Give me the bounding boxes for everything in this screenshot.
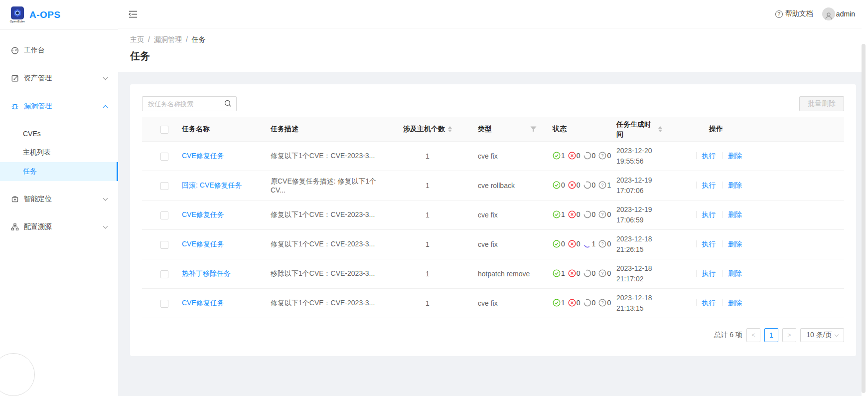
prev-page-button[interactable]: < [746, 328, 760, 342]
task-name-link[interactable]: CVE修复任务 [182, 152, 224, 160]
breadcrumb-vulnerability[interactable]: 漏洞管理 [154, 35, 182, 44]
task-name-link[interactable]: 回滚: CVE修复任务 [182, 181, 242, 189]
status-badge: 0 0 1 ? 0 [553, 240, 613, 248]
sidebar-item-tasks[interactable]: 任务 [0, 162, 118, 181]
execute-link[interactable]: 执行 [702, 299, 716, 307]
main-column: ? 帮助文档 admin 主页 / 漏洞管理 / 任务 任务 [118, 0, 868, 396]
task-type: cve fix [470, 289, 545, 318]
col-task-name: 任务名称 [174, 117, 263, 142]
action-divider [723, 240, 723, 247]
col-host-count[interactable]: 涉及主机个数 [385, 117, 470, 142]
success-icon [553, 152, 561, 160]
task-name-link[interactable]: CVE修复任务 [182, 240, 224, 248]
chevron-down-icon [103, 196, 108, 201]
filter-icon[interactable] [530, 126, 537, 132]
delete-link[interactable]: 删除 [728, 240, 742, 248]
medical-bag-icon [11, 195, 19, 203]
unknown-icon: ? [598, 210, 606, 218]
execute-link[interactable]: 执行 [702, 269, 716, 277]
created-time: 2023-12-18 21:13:15 [608, 289, 674, 318]
avatar [822, 7, 835, 20]
task-desc: 修复以下1个CVE：CVE-2023-3... [263, 230, 385, 259]
action-divider [696, 240, 697, 247]
col-type[interactable]: 类型 [470, 117, 545, 142]
running-icon [583, 210, 591, 218]
search-input[interactable] [142, 96, 237, 111]
sidebar-item-smart-locate[interactable]: 智能定位 [0, 189, 118, 209]
col-created-time[interactable]: 任务生成时间 [608, 117, 674, 142]
row-checkbox[interactable] [160, 211, 168, 219]
action-divider [696, 182, 697, 189]
delete-link[interactable]: 删除 [728, 152, 742, 160]
delete-link[interactable]: 删除 [728, 210, 742, 218]
row-checkbox[interactable] [160, 270, 168, 278]
batch-delete-button[interactable]: 批量删除 [799, 96, 844, 111]
sidebar-item-config-trace[interactable]: 配置溯源 [0, 217, 118, 237]
sitemap-icon [11, 223, 19, 231]
select-all-checkbox[interactable] [160, 126, 168, 134]
status-cell: 1 0 0 ? 0 [545, 289, 608, 318]
sidebar-item-label: CVEs [23, 130, 41, 138]
page-1-button[interactable]: 1 [764, 328, 778, 342]
created-time: 2023-12-20 19:55:56 [608, 142, 674, 171]
success-icon [553, 240, 561, 248]
created-time: 2023-12-18 21:26:15 [608, 230, 674, 259]
vulnerability-submenu: CVEs 主机列表 任务 [0, 124, 118, 181]
execute-link[interactable]: 执行 [702, 181, 716, 189]
sidebar-item-assets[interactable]: 资产管理 [0, 68, 118, 88]
svg-text:?: ? [601, 241, 604, 246]
task-name-link[interactable]: CVE修复任务 [182, 210, 224, 218]
table-row: 回滚: CVE修复任务 原CVE修复任务描述: 修复以下1个CV... 1 cv… [142, 171, 844, 200]
row-checkbox[interactable] [160, 241, 168, 249]
delete-link[interactable]: 删除 [728, 299, 742, 307]
user-menu[interactable]: admin [822, 7, 855, 20]
running-icon [583, 181, 591, 189]
search-icon[interactable] [224, 100, 232, 107]
help-doc-link[interactable]: ? 帮助文档 [775, 9, 813, 18]
status-badge: 0 0 0 ? 1 [553, 181, 613, 189]
host-count: 1 [385, 171, 470, 200]
execute-link[interactable]: 执行 [702, 240, 716, 248]
page-size-value: 10 条/页 [806, 331, 832, 340]
success-icon [553, 299, 561, 307]
breadcrumb-separator: / [186, 35, 188, 44]
row-checkbox[interactable] [160, 182, 168, 190]
execute-link[interactable]: 执行 [702, 152, 716, 160]
next-page-button[interactable]: > [782, 328, 796, 342]
scrollbar-thumb[interactable] [862, 44, 866, 393]
task-name-link[interactable]: 热补丁移除任务 [182, 269, 231, 277]
sidebar-item-cves[interactable]: CVEs [0, 124, 118, 143]
execute-link[interactable]: 执行 [702, 210, 716, 218]
created-time: 2023-12-18 21:17:02 [608, 259, 674, 289]
actions-cell: 执行 删除 [674, 289, 844, 318]
actions-cell: 执行 删除 [674, 142, 844, 171]
delete-link[interactable]: 删除 [728, 181, 742, 189]
delete-link[interactable]: 删除 [728, 269, 742, 277]
action-divider [723, 270, 723, 277]
task-name-link[interactable]: CVE修复任务 [182, 299, 224, 307]
content-area: 批量删除 任务名称 任务描述 涉及主机个数 [118, 72, 868, 396]
menu-fold-icon[interactable] [129, 9, 139, 19]
breadcrumb-home[interactable]: 主页 [130, 35, 144, 44]
svg-text:?: ? [601, 183, 604, 188]
row-checkbox[interactable] [160, 300, 168, 308]
sidebar-item-label: 工作台 [24, 46, 107, 55]
breadcrumb-separator: / [148, 35, 150, 44]
page-size-select[interactable]: 10 条/页 [800, 328, 844, 342]
sidebar-item-vulnerability[interactable]: 漏洞管理 [0, 96, 118, 116]
scrollbar-track [862, 0, 868, 396]
svg-text:?: ? [601, 212, 604, 217]
sidebar-item-workbench[interactable]: 工作台 [0, 40, 118, 60]
chevron-down-icon [103, 224, 108, 229]
sidebar-item-host-list[interactable]: 主机列表 [0, 143, 118, 162]
sorter-icon[interactable] [658, 126, 662, 132]
success-icon [553, 210, 561, 218]
question-circle-icon: ? [775, 10, 783, 18]
table-row: CVE修复任务 修复以下1个CVE：CVE-2023-3... 1 cve fi… [142, 142, 844, 171]
task-table: 任务名称 任务描述 涉及主机个数 类型 [142, 117, 844, 318]
status-badge: 1 0 0 ? 0 [553, 152, 613, 160]
username: admin [836, 10, 855, 18]
sorter-icon[interactable] [448, 126, 452, 132]
table-row: CVE修复任务 修复以下1个CVE：CVE-2023-3... 1 cve fi… [142, 289, 844, 318]
row-checkbox[interactable] [160, 153, 168, 161]
